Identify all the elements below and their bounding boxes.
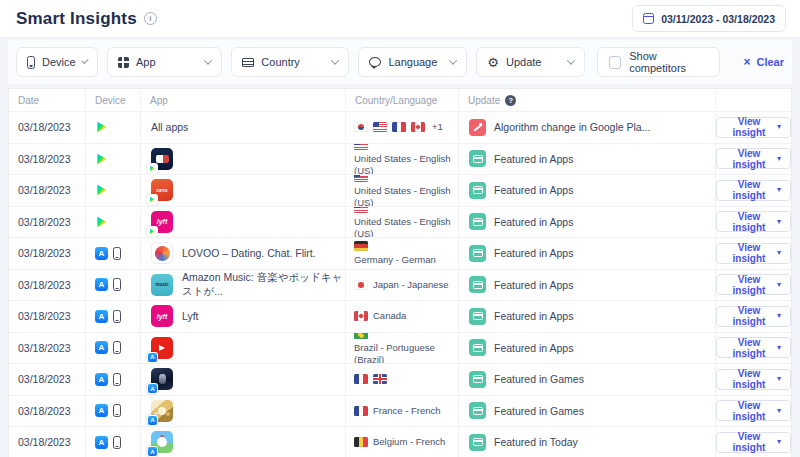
update-filter[interactable]: Update — [476, 47, 585, 77]
view-insight-button[interactable]: View insight — [716, 400, 791, 421]
app-name: LOVOO – Dating. Chat. Flirt. — [182, 247, 316, 259]
view-insight-label: View insight — [726, 148, 772, 170]
caret-down-icon — [777, 438, 781, 446]
col-action — [716, 89, 791, 111]
date-value: 03/18/2023 — [18, 279, 71, 291]
country-filter[interactable]: Country — [231, 47, 349, 77]
view-insight-button[interactable]: View insight — [716, 306, 791, 327]
view-insight-button[interactable]: View insight — [716, 369, 791, 390]
app-cell — [141, 144, 346, 175]
google-play-icon — [95, 152, 109, 166]
view-insight-label: View insight — [726, 179, 772, 201]
flag-icon — [354, 333, 368, 340]
clear-label: Clear — [756, 56, 784, 68]
device-cell — [86, 112, 141, 143]
featured-update-icon — [469, 276, 486, 293]
device-cell — [86, 427, 141, 457]
country-language-cell: United States - English (US) — [346, 144, 459, 175]
platform-badge-icon — [147, 163, 158, 174]
device-filter-label: Device — [42, 56, 76, 68]
update-label: Featured in Today — [494, 436, 578, 448]
app-icon — [151, 368, 173, 390]
iphone-icon — [113, 436, 121, 449]
view-insight-button[interactable]: View insight — [716, 180, 791, 201]
date-cell: 03/18/2023 — [9, 112, 86, 143]
date-range-picker[interactable]: 03/11/2023 - 03/18/2023 — [632, 5, 786, 32]
view-insight-label: View insight — [726, 211, 772, 233]
device-filter[interactable]: Device — [16, 47, 98, 77]
chevron-down-icon — [331, 56, 339, 64]
chevron-down-icon — [204, 56, 212, 64]
date-value: 03/18/2023 — [18, 216, 71, 228]
app-store-icon — [148, 416, 157, 425]
update-label: Featured in Games — [494, 373, 584, 385]
insights-table: Date Device App Country/Language Update … — [8, 88, 792, 457]
table-row: 03/18/2023zeroUnited States - English (U… — [9, 174, 791, 206]
app-icon: music — [151, 274, 173, 296]
date-value: 03/18/2023 — [18, 342, 71, 354]
view-insight-label: View insight — [726, 305, 772, 327]
col-device: Device — [86, 89, 141, 111]
caret-down-icon — [777, 123, 781, 131]
app-name: Lyft — [182, 310, 199, 322]
platform-badge-icon — [147, 352, 158, 363]
app-store-icon — [148, 384, 157, 393]
iphone-icon — [113, 373, 121, 386]
country-language-cell: France - French — [346, 396, 459, 427]
app-cell: lyft — [141, 207, 346, 238]
update-label: Featured in Apps — [494, 216, 573, 228]
update-cell: Algorithm change in Google Pla... — [459, 112, 716, 143]
caret-down-icon — [777, 218, 781, 226]
view-insight-button[interactable]: View insight — [716, 274, 791, 295]
country-language-label: United States - English (US) — [354, 216, 452, 237]
iphone-icon — [113, 278, 121, 291]
chevron-down-icon — [81, 57, 88, 64]
language-filter-label: Language — [388, 56, 437, 68]
info-icon[interactable] — [144, 12, 157, 25]
view-insight-button[interactable]: View insight — [716, 432, 791, 453]
device-cell — [86, 238, 141, 269]
app-cell — [141, 364, 346, 395]
action-cell: View insight — [716, 333, 791, 364]
app-store-icon — [95, 404, 108, 417]
iphone-icon — [113, 404, 121, 417]
table-row: 03/18/2023lyftLyftCanadaFeatured in Apps… — [9, 300, 791, 332]
app-filter[interactable]: App — [107, 47, 222, 77]
clear-filters-button[interactable]: Clear — [743, 56, 784, 68]
calendar-icon — [643, 13, 654, 24]
view-insight-button[interactable]: View insight — [716, 148, 791, 169]
flag-icon — [354, 144, 368, 151]
action-cell: View insight — [716, 207, 791, 238]
flag-icon — [242, 58, 254, 67]
app-icon — [151, 242, 173, 264]
view-insight-button[interactable]: View insight — [716, 117, 791, 138]
platform-badge-icon — [147, 446, 158, 457]
help-icon[interactable] — [505, 95, 516, 106]
app-name: Amazon Music: 音楽やポッドキャストが... — [182, 271, 345, 299]
date-cell: 03/18/2023 — [9, 144, 86, 175]
flag-icon — [392, 122, 406, 132]
app-store-icon — [95, 278, 108, 291]
view-insight-button[interactable]: View insight — [716, 337, 791, 358]
caret-down-icon — [777, 344, 781, 352]
app-grid-icon — [118, 57, 129, 68]
date-cell: 03/18/2023 — [9, 238, 86, 269]
language-filter[interactable]: Language — [358, 47, 467, 77]
country-language-cell — [346, 364, 459, 395]
update-cell: Featured in Apps — [459, 238, 716, 269]
app-cell: lyftLyft — [141, 301, 346, 332]
device-icon — [27, 56, 35, 69]
show-competitors-checkbox[interactable] — [609, 56, 621, 69]
flag-icon — [373, 374, 387, 384]
app-icon — [151, 400, 173, 422]
update-label: Featured in Apps — [494, 247, 573, 259]
featured-update-icon — [469, 150, 486, 167]
view-insight-button[interactable]: View insight — [716, 211, 791, 232]
app-icon: lyft — [151, 305, 173, 327]
app-cell: zero — [141, 175, 346, 206]
caret-down-icon — [777, 312, 781, 320]
view-insight-button[interactable]: View insight — [716, 243, 791, 264]
show-competitors-toggle[interactable]: Show competitors — [597, 47, 720, 77]
country-language-cell: Germany - German — [346, 238, 459, 269]
top-bar: Smart Insights 03/11/2023 - 03/18/2023 — [0, 0, 800, 38]
